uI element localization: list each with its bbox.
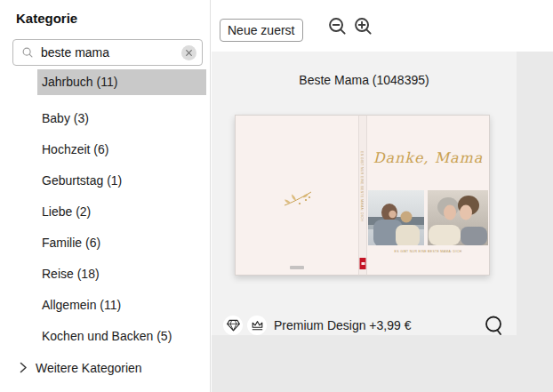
premium-price-label: Premium Design +3,99 € [274, 318, 411, 332]
sidebar-item-baby[interactable]: Baby (3) [37, 106, 206, 132]
design-title: Beste Mama (1048395) [212, 73, 517, 87]
more-categories-label: Weitere Kategorien [36, 361, 142, 375]
sidebar-item-hochzeit[interactable]: Hochzeit (6) [37, 137, 206, 163]
book-front-cover: Danke, Mama [367, 115, 490, 276]
sidebar-heading: Kategorie [16, 11, 77, 26]
sort-dropdown-value: Neue zuerst [228, 23, 294, 37]
book-cover-preview: ES GIBT NUR EINE BESTE MAMA: DICH Danke,… [235, 115, 490, 276]
cover-headline: Danke, Mama [367, 149, 489, 166]
sidebar-item-reise[interactable]: Reise (18) [37, 261, 206, 287]
category-sidebar: Kategorie Jahrbuch (11) Baby (3) Hochzei… [0, 0, 211, 392]
book-back-cover [235, 115, 358, 276]
crown-icon [251, 319, 264, 332]
book-spine: ES GIBT NUR EINE BESTE MAMA: DICH [358, 115, 367, 276]
sidebar-item-familie[interactable]: Familie (6) [37, 230, 206, 256]
sidebar-item-kochen-und-backen[interactable]: Kochen und Backen (5) [37, 324, 206, 349]
magnifier-minus-icon [327, 16, 348, 36]
gold-sprig-graphic [282, 187, 314, 210]
sidebar-item-jahrbuch[interactable]: Jahrbuch (11) [37, 69, 206, 95]
sidebar-item-weitere-kategorien[interactable]: Weitere Kategorien [20, 355, 142, 380]
publisher-logo [290, 266, 304, 269]
cover-photo-row [368, 190, 488, 245]
sidebar-item-geburtstag[interactable]: Geburtstag (1) [37, 168, 206, 194]
preview-zoom-button[interactable] [484, 315, 505, 336]
design-card-beste-mama[interactable]: Beste Mama (1048395) [212, 52, 517, 335]
cover-photo-right [428, 190, 488, 245]
design-results-panel: Neue zuerst [212, 0, 553, 392]
zoom-in-button[interactable] [353, 16, 373, 36]
gem-badge [223, 316, 243, 335]
premium-info-row: Premium Design +3,99 € [223, 316, 505, 335]
close-icon [186, 50, 192, 56]
spine-brand-tag [360, 258, 366, 269]
cover-caption: ES GIBT NUR EINE BESTE MAMA: DICH [367, 250, 489, 253]
sort-dropdown[interactable]: Neue zuerst [220, 19, 303, 42]
design-grid: Beste Mama (1048395) [212, 52, 553, 392]
spine-title-text: ES GIBT NUR EINE BESTE MAMA: DICH [360, 151, 364, 221]
magnifier-icon [484, 315, 505, 336]
magnifier-plus-icon [353, 16, 373, 36]
results-toolbar: Neue zuerst [212, 0, 553, 52]
search-input[interactable] [41, 45, 181, 60]
gem-icon [227, 319, 240, 332]
sidebar-item-allgemein[interactable]: Allgemein (11) [37, 292, 206, 318]
photobook-design-browser: Kategorie Jahrbuch (11) Baby (3) Hochzei… [0, 0, 553, 392]
search-icon [21, 46, 34, 59]
cover-photo-left [368, 190, 424, 245]
zoom-out-button[interactable] [327, 16, 348, 36]
category-search-box[interactable] [12, 39, 203, 66]
category-list: Jahrbuch (11) Baby (3) Hochzeit (6) Gebu… [37, 69, 206, 355]
chevron-right-icon [20, 362, 28, 373]
sidebar-item-liebe[interactable]: Liebe (2) [37, 199, 206, 225]
clear-search-button[interactable] [181, 45, 196, 60]
crown-badge [247, 316, 267, 335]
